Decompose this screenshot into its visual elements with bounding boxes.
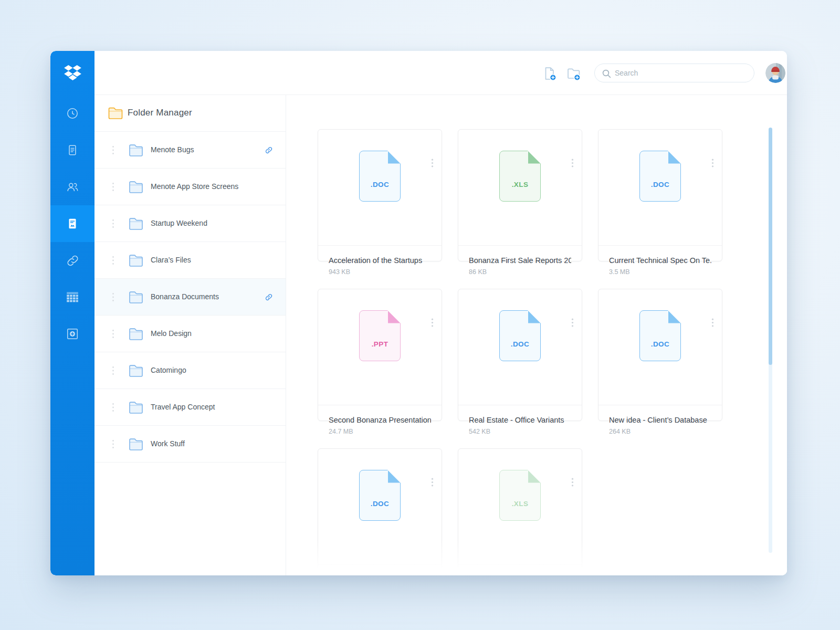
- file-grid: .DOC Acceleration of the Startups 943 KB…: [318, 129, 722, 575]
- drag-handle-icon[interactable]: [112, 439, 114, 449]
- shared-link-icon[interactable]: [265, 146, 273, 154]
- file-size: 542 KB: [469, 428, 571, 435]
- kebab-menu-icon[interactable]: [711, 318, 714, 327]
- sidebar-item-add-app[interactable]: [50, 316, 94, 352]
- folder-icon: [128, 400, 144, 414]
- file-preview: .DOC: [318, 151, 442, 246]
- folder-row[interactable]: Clara’s Files: [94, 242, 286, 279]
- user-avatar[interactable]: [765, 63, 785, 83]
- file-type-glyph: .DOC: [499, 310, 541, 361]
- sidebar-nav: [50, 95, 94, 352]
- search-icon: [602, 69, 612, 79]
- dropbox-logo[interactable]: [50, 62, 94, 83]
- grid-icon: [66, 291, 79, 303]
- file-info: New idea - Client’s Database 264 KB: [598, 416, 722, 435]
- file-size: 264 KB: [609, 428, 711, 435]
- clock-icon: [66, 107, 79, 120]
- folder-name: Bonanza Documents: [151, 292, 219, 301]
- kebab-menu-icon[interactable]: [571, 478, 574, 487]
- folder-row[interactable]: Menote App Store Screens: [94, 169, 286, 205]
- file-extension: .DOC: [500, 340, 540, 348]
- folder-icon: [128, 253, 144, 267]
- folder-icon: [128, 437, 144, 451]
- sidebar-item-documents[interactable]: [50, 132, 94, 169]
- new-folder-icon: [566, 66, 582, 81]
- shared-link-icon[interactable]: [265, 293, 273, 301]
- file-info: Second Bonanza Presentation 24.7 MB: [318, 416, 442, 435]
- sidebar-item-links[interactable]: [50, 242, 94, 279]
- file-extension: .XLS: [500, 181, 540, 188]
- drag-handle-icon[interactable]: [112, 403, 114, 412]
- file-card[interactable]: .DOC Current Technical Spec On Te... 3.5…: [598, 129, 722, 261]
- file-title: Real Estate - Office Variants: [469, 416, 571, 424]
- folder-icon: [128, 327, 144, 341]
- drag-handle-icon[interactable]: [112, 366, 114, 375]
- drag-handle-icon[interactable]: [112, 182, 114, 192]
- file-type-glyph: .PPT: [359, 310, 401, 361]
- file-type-glyph: .DOC: [359, 470, 401, 521]
- folder-row[interactable]: Travel App Concept: [94, 389, 286, 426]
- file-extension: .DOC: [640, 181, 680, 188]
- new-folder-button[interactable]: [566, 66, 582, 81]
- folder-name: Menote App Store Screens: [151, 182, 238, 191]
- folder-list: Menote Bugs Menote App Store Screens Sta…: [94, 132, 286, 463]
- kebab-menu-icon[interactable]: [571, 318, 574, 327]
- file-preview: .DOC: [458, 310, 582, 405]
- file-extension: .DOC: [640, 340, 680, 348]
- new-file-button[interactable]: [542, 66, 558, 81]
- app-sidebar: [50, 51, 94, 575]
- file-card[interactable]: .DOC New idea - Client’s Database 264 KB: [598, 289, 722, 421]
- file-card[interactable]: .DOC Real Estate - Office Variants 542 K…: [458, 289, 582, 421]
- file-preview: .DOC: [598, 310, 722, 405]
- search-input[interactable]: [615, 65, 749, 81]
- drag-handle-icon[interactable]: [112, 329, 114, 339]
- file-card[interactable]: .XLS: [458, 448, 582, 575]
- kebab-menu-icon[interactable]: [711, 159, 714, 167]
- folder-row[interactable]: Catomingo: [94, 352, 286, 389]
- sidebar-item-shared-users[interactable]: [50, 169, 94, 205]
- folder-row[interactable]: Bonanza Documents: [94, 279, 286, 316]
- file-info: Real Estate - Office Variants 542 KB: [458, 416, 582, 435]
- file-preview: .XLS: [458, 470, 582, 565]
- file-info: Bonanza First Sale Reports 2017 86 KB: [458, 256, 582, 276]
- file-type-glyph: .DOC: [639, 310, 681, 361]
- folder-row[interactable]: Melo Design: [94, 316, 286, 352]
- file-size: 3.5 MB: [609, 268, 711, 276]
- sidebar-item-recents[interactable]: [50, 95, 94, 132]
- file-title: Acceleration of the Startups: [329, 256, 431, 265]
- drag-handle-icon[interactable]: [112, 256, 114, 265]
- sidebar-item-calendar[interactable]: [50, 279, 94, 316]
- file-card[interactable]: .XLS Bonanza First Sale Reports 2017 86 …: [458, 129, 582, 261]
- topbar: [94, 51, 787, 95]
- file-card[interactable]: .DOC: [318, 448, 442, 575]
- kebab-menu-icon[interactable]: [431, 478, 434, 487]
- kebab-menu-icon[interactable]: [431, 318, 434, 327]
- new-file-icon: [542, 66, 558, 81]
- search-box: [594, 64, 754, 82]
- drag-handle-icon[interactable]: [112, 145, 114, 155]
- folder-icon: [128, 143, 144, 157]
- folder-name: Catomingo: [151, 366, 186, 374]
- file-card[interactable]: .PPT Second Bonanza Presentation 24.7 MB: [318, 289, 442, 421]
- media-document-icon: [66, 217, 79, 230]
- folder-row[interactable]: Work Stuff: [94, 426, 286, 463]
- file-extension: .XLS: [500, 500, 540, 508]
- scrollbar-thumb[interactable]: [769, 128, 772, 365]
- folder-name: Travel App Concept: [151, 403, 215, 411]
- folder-icon: [128, 180, 144, 194]
- kebab-menu-icon[interactable]: [431, 159, 434, 167]
- file-preview: .XLS: [458, 151, 582, 246]
- folder-row[interactable]: Startup Weekend: [94, 205, 286, 242]
- drag-handle-icon[interactable]: [112, 219, 114, 228]
- folder-row[interactable]: Menote Bugs: [94, 132, 286, 169]
- kebab-menu-icon[interactable]: [571, 159, 574, 167]
- sidebar-item-folder-manager[interactable]: [50, 205, 94, 242]
- folder-name: Clara’s Files: [151, 256, 191, 264]
- drag-handle-icon[interactable]: [112, 292, 114, 302]
- file-info: Current Technical Spec On Te... 3.5 MB: [598, 256, 722, 276]
- folder-name: Work Stuff: [151, 439, 185, 448]
- folder-panel: Folder Manager Menote Bugs Menote App St…: [94, 95, 286, 575]
- link-icon: [66, 254, 80, 268]
- file-card[interactable]: .DOC Acceleration of the Startups 943 KB: [318, 129, 442, 261]
- file-title: Current Technical Spec On Te...: [609, 256, 711, 265]
